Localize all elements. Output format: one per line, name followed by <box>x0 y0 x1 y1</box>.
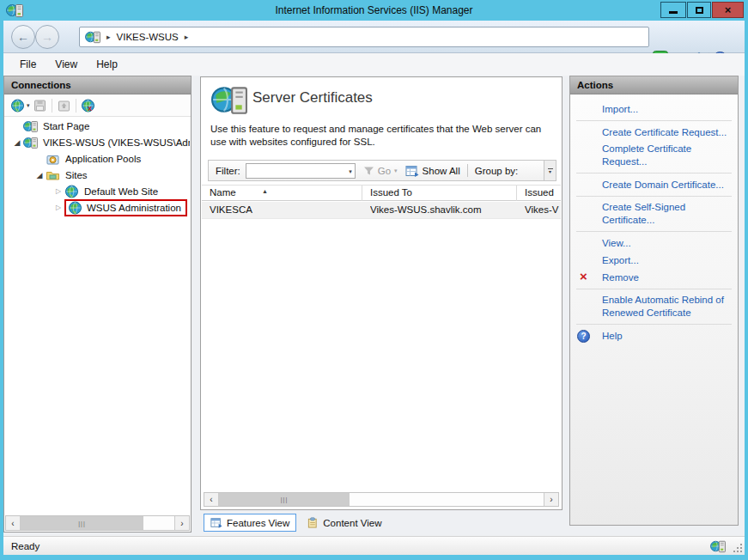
remove-x-icon: × <box>580 270 587 283</box>
tree-item-wsus-administration[interactable]: ▷ WSUS Administration <box>4 199 190 216</box>
up-icon[interactable] <box>57 99 71 113</box>
maximize-button[interactable] <box>687 2 711 18</box>
actions-separator <box>576 173 732 173</box>
view-tabs: Features View Content View <box>204 514 388 532</box>
column-separator[interactable] <box>516 186 517 201</box>
close-icon: × <box>725 4 732 15</box>
create-connection-caret-icon[interactable]: ▾ <box>27 102 30 109</box>
column-header-name[interactable]: Name <box>210 187 236 198</box>
tab-features-view[interactable]: Features View <box>204 514 296 532</box>
tree-item-server[interactable]: ◢ VIKES-WSUS (VIKES-WSUS\Adm <box>4 134 190 150</box>
svg-text:x: x <box>88 104 92 113</box>
actions-separator <box>576 289 732 289</box>
filter-input[interactable]: ▾ <box>246 163 356 179</box>
overflow-caret-icon: ▾ <box>549 170 551 173</box>
action-create-domain-certificate[interactable]: Create Domain Certificate... <box>570 176 738 193</box>
action-enable-automatic-rebind[interactable]: Enable Automatic Rebind of Renewed Certi… <box>570 292 733 321</box>
menu-help[interactable]: Help <box>87 55 127 74</box>
action-complete-certificate-request[interactable]: Complete Certificate Request... <box>570 141 738 170</box>
minimize-button[interactable] <box>660 2 686 18</box>
go-caret-icon[interactable]: ▾ <box>394 167 398 174</box>
toolbar-separator <box>76 99 76 113</box>
action-export[interactable]: Export... <box>570 252 738 269</box>
address-bar: ← → ▸ VIKES-WSUS ▸ × ? ▾ <box>3 21 745 53</box>
expander-collapsed-icon[interactable]: ▷ <box>52 204 64 211</box>
breadcrumb-arrow-icon: ▸ <box>185 33 189 41</box>
filter-funnel-icon <box>363 166 374 176</box>
scrollbar-thumb[interactable]: ||| <box>219 493 350 506</box>
tree-label: Sites <box>65 170 88 180</box>
actions-separator <box>576 196 732 197</box>
action-create-certificate-request[interactable]: Create Certificate Request... <box>570 124 738 141</box>
action-remove[interactable]: × Remove <box>570 269 738 286</box>
create-connection-icon[interactable] <box>10 99 25 113</box>
scroll-right-button[interactable]: › <box>544 493 558 506</box>
certificates-table-header: Name ▲ Issued To Issued <box>202 185 561 201</box>
site-globe-icon <box>64 185 79 198</box>
toolbar-overflow-button[interactable]: ▾ <box>544 161 556 180</box>
tree-label: Start Page <box>43 121 89 131</box>
title-bar: Internet Information Services (IIS) Mana… <box>0 0 748 21</box>
cell-issued-to: Vikes-WSUS.shavlik.com <box>370 204 512 215</box>
menu-view[interactable]: View <box>46 55 87 74</box>
close-button[interactable]: × <box>712 2 744 18</box>
cell-issued-by: Vikes-V <box>525 204 561 215</box>
breadcrumb[interactable]: ▸ VIKES-WSUS ▸ <box>79 27 649 47</box>
content-horizontal-scrollbar[interactable]: ‹ ||| › <box>204 492 559 507</box>
filter-caret-icon[interactable]: ▾ <box>349 168 352 175</box>
delete-connection-icon[interactable]: x <box>81 99 95 113</box>
status-text: Ready <box>11 541 40 551</box>
menu-file[interactable]: File <box>10 55 46 74</box>
expander-collapsed-icon[interactable]: ▷ <box>52 187 64 195</box>
show-all-button[interactable]: Show All <box>423 166 460 176</box>
sites-folder-icon <box>46 168 60 182</box>
forward-arrow-icon: → <box>41 30 53 44</box>
connections-header: Connections <box>4 76 191 94</box>
action-import[interactable]: Import... <box>570 100 738 118</box>
resize-grip[interactable] <box>740 551 742 552</box>
tree-label: VIKES-WSUS (VIKES-WSUS\Adm <box>43 137 190 148</box>
scroll-left-button[interactable]: ‹ <box>204 493 219 506</box>
tab-label: Features View <box>227 518 289 528</box>
scrollbar-thumb[interactable]: ||| <box>21 516 143 530</box>
table-row-certificate[interactable]: VIKESCA Vikes-WSUS.shavlik.com Vikes-V <box>202 202 561 219</box>
menu-bar: File View Help <box>3 53 745 76</box>
filter-label: Filter: <box>216 166 240 176</box>
forward-button[interactable]: → <box>35 25 59 49</box>
go-button[interactable]: Go <box>378 166 391 176</box>
connections-tree: Start Page ◢ VIKES-WSUS (VIKES-WSUS\Adm … <box>4 118 190 514</box>
column-separator[interactable] <box>362 186 362 201</box>
connections-horizontal-scrollbar[interactable]: ‹ ||| › <box>5 515 190 531</box>
content-view-icon <box>307 517 319 528</box>
iis-status-icon <box>710 539 726 553</box>
expander-expanded-icon[interactable]: ◢ <box>33 171 46 180</box>
action-label: Help <box>602 330 623 343</box>
maximize-icon <box>696 7 703 14</box>
tree-item-start-page[interactable]: Start Page <box>4 118 190 134</box>
action-view[interactable]: View... <box>570 234 738 252</box>
expander-expanded-icon[interactable]: ◢ <box>11 138 23 147</box>
page-title: Server Certificates <box>252 89 373 107</box>
column-header-issued-to[interactable]: Issued To <box>370 187 412 198</box>
cell-name: VIKESCA <box>210 204 356 215</box>
breadcrumb-item-server[interactable]: VIKES-WSUS <box>117 32 179 42</box>
server-icon <box>23 136 38 149</box>
action-create-self-signed-certificate[interactable]: Create Self-Signed Certificate... <box>570 199 738 228</box>
server-icon <box>85 30 100 44</box>
feature-description: Use this feature to request and manage c… <box>210 123 556 149</box>
sort-ascending-icon: ▲ <box>262 188 268 194</box>
tab-content-view[interactable]: Content View <box>301 514 387 532</box>
tree-item-application-pools[interactable]: Application Pools <box>4 150 190 167</box>
column-header-issued-by[interactable]: Issued <box>525 187 554 198</box>
back-button[interactable]: ← <box>11 25 35 49</box>
save-connections-icon[interactable] <box>33 99 47 113</box>
action-help[interactable]: ? Help <box>570 327 738 344</box>
tree-item-default-web-site[interactable]: ▷ Default Web Site <box>4 183 190 199</box>
application-pools-icon <box>46 152 60 166</box>
actions-separator <box>576 231 732 232</box>
group-by-label: Group by: <box>475 166 519 176</box>
tree-item-sites[interactable]: ◢ Sites <box>4 167 190 183</box>
connections-panel: Connections ▾ x Start Page ◢ VIKES-WSUS … <box>3 76 192 533</box>
scroll-left-button[interactable]: ‹ <box>6 516 21 530</box>
scroll-right-button[interactable]: › <box>174 516 189 530</box>
